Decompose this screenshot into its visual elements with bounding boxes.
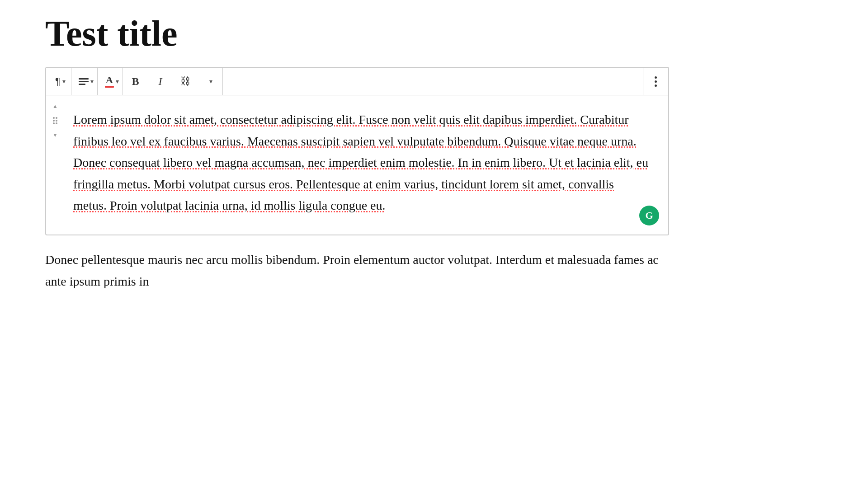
alignment-group: ▾ xyxy=(71,68,98,95)
paragraph-type-button[interactable]: ¶ ▾ xyxy=(46,68,71,95)
paragraph-dropdown-arrow: ▾ xyxy=(62,78,66,85)
italic-button[interactable]: I xyxy=(148,68,173,95)
drag-handle[interactable] xyxy=(49,114,61,127)
grammarly-button[interactable]: G xyxy=(639,206,659,225)
page-title: Test title xyxy=(27,14,841,53)
link-icon: ⛓ xyxy=(180,75,190,87)
editor-container: ¶ ▾ ▾ A ▾ xyxy=(45,67,669,235)
more-options-button[interactable] xyxy=(643,68,668,95)
paragraph-type-group: ¶ ▾ xyxy=(46,68,71,95)
link-dropdown-button[interactable]: ▾ xyxy=(198,68,222,95)
text-color-dropdown-arrow: ▾ xyxy=(116,78,119,85)
bold-button[interactable]: B xyxy=(123,68,148,95)
link-dropdown-arrow: ▾ xyxy=(209,78,212,85)
left-controls xyxy=(46,95,64,235)
text-color-icon: A xyxy=(105,75,114,88)
align-icon xyxy=(79,78,89,85)
editor-content[interactable]: Lorem ipsum dolor sit amet, consectetur … xyxy=(64,95,668,235)
move-up-button[interactable] xyxy=(49,100,61,113)
editor-toolbar: ¶ ▾ ▾ A ▾ xyxy=(46,68,668,95)
move-down-button[interactable] xyxy=(49,129,61,141)
format-group: B I ⛓ ▾ xyxy=(123,68,223,95)
editor-body: Lorem ipsum dolor sit amet, consectetur … xyxy=(46,95,668,235)
link-button[interactable]: ⛓ xyxy=(173,68,198,95)
text-color-button[interactable]: A ▾ xyxy=(98,68,123,95)
italic-icon: I xyxy=(159,75,162,88)
editor-paragraph: Lorem ipsum dolor sit amet, consectetur … xyxy=(73,109,650,216)
below-editor-text: Donec pellentesque mauris nec arcu molli… xyxy=(45,235,669,292)
text-color-group: A ▾ xyxy=(98,68,123,95)
below-paragraph: Donec pellentesque mauris nec arcu molli… xyxy=(45,249,669,292)
more-options-group xyxy=(643,68,668,95)
bold-icon: B xyxy=(132,75,139,88)
more-options-icon xyxy=(655,76,657,87)
paragraph-icon: ¶ xyxy=(55,75,61,87)
alignment-dropdown-arrow: ▾ xyxy=(90,78,94,85)
alignment-button[interactable]: ▾ xyxy=(71,68,97,95)
